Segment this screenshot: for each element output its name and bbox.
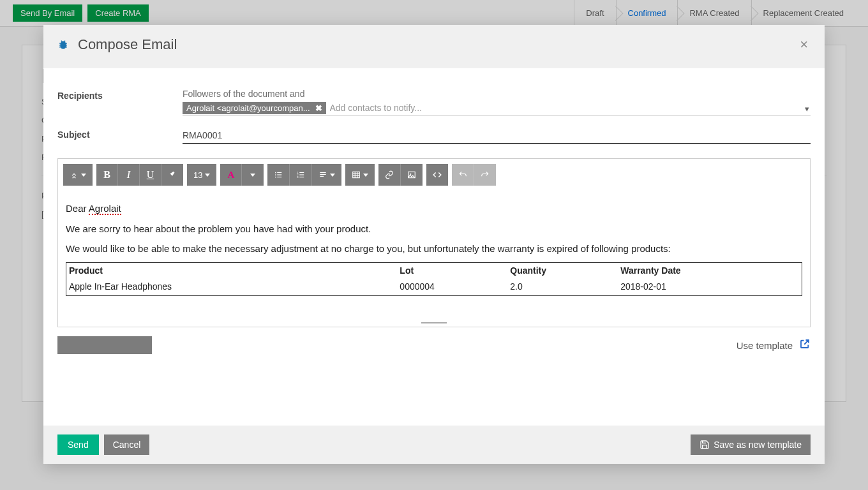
modal-footer: Send Cancel Save as new template (43, 426, 825, 464)
greeting-name: Agrolait (89, 203, 121, 215)
send-button[interactable]: Send (57, 434, 99, 455)
cancel-button[interactable]: Cancel (104, 434, 150, 455)
svg-rect-10 (300, 174, 304, 175)
recipient-tag: Agrolait <agrolait@yourcompan... ✖ (183, 102, 326, 114)
svg-point-2 (276, 177, 277, 178)
svg-rect-11 (300, 177, 304, 177)
style-button[interactable] (63, 164, 93, 186)
table-header: Product (66, 262, 398, 279)
table-cell: 2018-02-01 (618, 279, 802, 295)
code-view-button[interactable] (426, 164, 448, 186)
svg-point-0 (276, 172, 277, 174)
svg-point-1 (276, 174, 277, 175)
compose-email-modal: Compose Email × Recipients Followers of … (43, 25, 825, 464)
remove-recipient-icon[interactable]: ✖ (315, 103, 322, 113)
debug-icon[interactable] (57, 39, 69, 50)
table-cell: 0000004 (397, 279, 507, 295)
italic-button[interactable]: I (118, 164, 140, 186)
editor-toolbar: B I U 13 A (58, 159, 810, 191)
table-cell: 2.0 (507, 279, 618, 295)
resize-handle[interactable] (58, 319, 810, 327)
font-size-button[interactable]: 13 (187, 164, 216, 186)
body-line-2: We would like to be able to make the nec… (66, 241, 802, 257)
font-color-dropdown[interactable] (242, 164, 264, 186)
link-button[interactable] (378, 164, 401, 186)
clear-format-button[interactable] (161, 164, 183, 186)
bold-button[interactable]: B (96, 164, 118, 186)
warranty-table: Product Lot Quantity Warranty Date Apple… (66, 262, 802, 297)
paragraph-button[interactable] (312, 164, 341, 186)
table-header: Warranty Date (618, 262, 802, 279)
subject-label: Subject (57, 128, 183, 140)
followers-text: Followers of the document and (183, 89, 811, 99)
recipient-tag-label: Agrolait <agrolait@yourcompan... (186, 103, 310, 113)
template-row: Use template (43, 332, 825, 367)
greeting-prefix: Dear (66, 203, 89, 214)
underline-button[interactable]: U (140, 164, 161, 186)
redo-button[interactable] (474, 164, 496, 186)
svg-rect-14 (320, 176, 324, 177)
recipients-label: Recipients (57, 89, 183, 101)
recipients-input[interactable]: Agrolait <agrolait@yourcompan... ✖ ▾ (183, 101, 811, 116)
svg-rect-3 (278, 172, 282, 173)
image-button[interactable] (401, 164, 423, 186)
use-template-label: Use template (737, 340, 793, 351)
svg-rect-5 (278, 177, 282, 177)
table-header: Quantity (507, 262, 618, 279)
add-recipient-input[interactable] (330, 101, 811, 114)
svg-rect-9 (300, 172, 304, 173)
table-header: Lot (397, 262, 507, 279)
body-line-1: We are sorry to hear about the problem y… (66, 221, 802, 237)
svg-rect-15 (353, 172, 360, 177)
attachment-button[interactable] (57, 336, 152, 354)
rich-text-editor: B I U 13 A (57, 158, 811, 327)
unordered-list-button[interactable] (267, 164, 290, 186)
recipients-dropdown-icon[interactable]: ▾ (805, 104, 809, 114)
close-icon[interactable]: × (797, 38, 811, 52)
modal-title: Compose Email (78, 36, 177, 53)
svg-rect-13 (320, 174, 326, 175)
modal-header: Compose Email × (43, 25, 825, 68)
font-color-button[interactable]: A (220, 164, 242, 186)
save-icon (700, 440, 710, 450)
save-as-template-button[interactable]: Save as new template (691, 434, 811, 455)
editor-content[interactable]: Dear Agrolait We are sorry to hear about… (58, 191, 810, 319)
external-link-icon[interactable] (799, 338, 811, 353)
table-row: Apple In-Ear Headphones 0000004 2.0 2018… (66, 279, 802, 295)
table-button[interactable] (345, 164, 375, 186)
svg-rect-12 (320, 172, 326, 173)
ordered-list-button[interactable]: 123 (290, 164, 312, 186)
table-cell: Apple In-Ear Headphones (66, 279, 398, 295)
svg-rect-4 (278, 174, 282, 175)
modal-body: Recipients Followers of the document and… (43, 68, 825, 426)
undo-button[interactable] (452, 164, 474, 186)
svg-point-21 (410, 174, 412, 175)
svg-text:3: 3 (297, 175, 299, 179)
subject-input[interactable] (183, 128, 811, 144)
